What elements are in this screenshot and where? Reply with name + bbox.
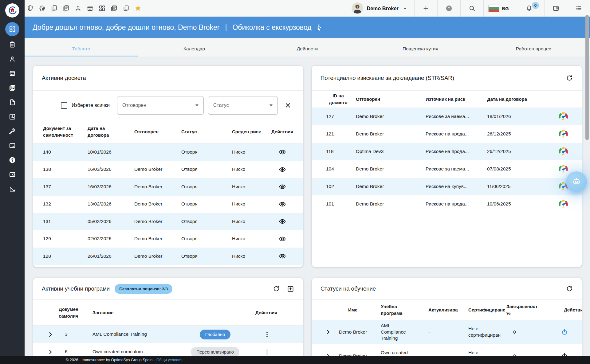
file-row[interactable]: 131 05/02/2026 Demo Broker Отворя Ниско [33,213,303,230]
risk-level: Ниско [232,201,271,207]
file-row[interactable]: 129 02/02/2026 Demo Broker Отворя Ниско [33,230,303,248]
toolbar-button[interactable] [74,5,82,12]
program-row[interactable]: 3 AML Compliance Training Глобално [33,326,303,343]
power-button[interactable] [561,328,568,336]
sidebar-item[interactable] [6,125,19,137]
chevron-down-icon [402,5,408,11]
notification-badge: 0 [532,2,539,9]
column-header: ID на досието [321,92,356,106]
sidebar-item[interactable] [5,22,19,36]
refresh-button[interactable] [273,285,280,292]
risk-gauge-icon[interactable] [558,164,569,175]
sidebar-item[interactable] [6,82,19,94]
row-menu-button[interactable] [263,348,271,356]
plus-icon [422,5,430,12]
toolbar-button[interactable] [26,5,34,12]
risk-gauge-icon[interactable] [558,146,569,157]
risk-level: Ниско [232,184,271,190]
select-all-checkbox[interactable] [61,102,67,109]
tab[interactable]: Дейности [251,38,364,57]
view-file-button[interactable] [279,148,286,156]
str-row[interactable]: 104 Demo Broker Рискове за наема... 07/0… [312,160,582,178]
tab[interactable]: Пощенска кутия [364,38,477,57]
logo-icon [5,3,20,18]
language-selector[interactable]: BG [484,0,514,17]
risk-gauge-icon[interactable] [558,111,569,122]
toolbar-button[interactable] [110,5,118,12]
contract-date: 07/08/2025 [487,166,553,172]
toolbar-button[interactable] [86,5,94,12]
toolbar-button[interactable] [122,5,130,12]
sidebar-item[interactable] [6,38,19,51]
toolbar-button[interactable] [38,5,46,12]
app-logo[interactable] [5,3,20,18]
scrollbar-thumb[interactable] [585,15,589,140]
expand-row-button[interactable] [47,349,54,355]
files-table-header: Документ за самоличност Дата на договора… [33,120,303,143]
str-row[interactable]: 127 Demo Broker Рискове за наема... 18/0… [312,108,582,125]
responsible-filter-select[interactable]: Отговорен [117,96,204,115]
sidebar-item[interactable] [6,168,19,181]
welcome-banner: Добре дошъл отново, добре дошли отново, … [25,17,590,38]
notifications-button[interactable]: 0 [514,0,544,17]
avatar [352,2,363,14]
status-filter-select[interactable]: Статус [208,96,278,115]
tab[interactable]: Календар [138,38,251,57]
refresh-button[interactable] [566,74,573,82]
view-file-button[interactable] [279,252,286,260]
clear-filters-button[interactable] [284,101,292,109]
toolbar-button[interactable] [98,5,106,12]
view-file-button[interactable] [279,201,286,208]
help-icon [445,5,453,12]
file-id: 137 [43,184,88,190]
toolbar-button[interactable] [62,5,70,12]
str-row[interactable]: 102 Demo Broker Рискове на купув... 11/0… [312,178,582,195]
tab[interactable]: Работен процес [477,38,590,57]
chat-assistant-button[interactable] [566,171,587,192]
file-row[interactable]: 132 13/02/2026 Demo Broker Отворя Ниско [33,196,303,213]
risk-gauge-icon[interactable] [558,199,569,210]
tab[interactable]: Таблото [25,38,138,57]
column-header: Дата на договора [88,125,134,139]
storefront-icon [86,5,94,12]
guided-tour-button[interactable]: Обиколка с екскурзовод [232,23,322,32]
user-menu[interactable]: Demo Broker [345,0,414,17]
sidebar-item[interactable] [6,96,19,108]
file-row[interactable]: 138 16/03/2026 Demo Broker Отворя Ниско [33,161,303,178]
risk-gauge-icon[interactable] [558,129,569,140]
toolbar-button[interactable] [134,5,142,12]
toolbar-button[interactable] [50,5,58,12]
view-file-button[interactable] [279,218,286,225]
file-row[interactable]: 128 26/01/2026 Demo Broker Отворя Ниско [33,248,303,265]
view-file-button[interactable] [279,166,286,173]
sidebar-item[interactable] [6,183,19,195]
responsible: Demo Broker [356,183,426,190]
expand-row-button[interactable] [47,331,54,338]
refresh-button[interactable] [566,285,573,292]
sidebar-item[interactable] [6,67,19,80]
sidebar-item[interactable] [6,139,19,152]
str-row[interactable]: 118 Optima Dev3 Рискове на прода... 26/1… [312,143,582,160]
add-button[interactable] [415,0,437,17]
training-row[interactable]: Demo Broker AML Compliance Training - Не… [312,320,582,344]
view-file-button[interactable] [279,183,286,190]
search-button[interactable] [461,0,483,17]
str-row[interactable]: 101 Demo Broker Рискове на прода... 10/0… [312,195,582,213]
card-header: Активни досиета [33,66,303,91]
menu-button[interactable] [567,0,590,17]
responsible: Demo Broker [356,201,426,207]
add-program-button[interactable] [287,285,294,293]
expand-row-button[interactable] [325,329,332,335]
sidebar-item[interactable] [6,111,19,123]
row-menu-button[interactable] [263,331,271,338]
file-row[interactable]: 140 10/01/2026 Отворя Ниско [33,143,303,161]
str-row[interactable]: 121 Demo Broker Рискове на прода... 26/1… [312,125,582,143]
sidebar-item[interactable] [6,154,19,166]
terms-link[interactable]: Общи условия [156,358,183,362]
sidebar-item[interactable] [6,53,19,65]
view-file-button[interactable] [279,235,286,243]
file-row[interactable]: 137 16/03/2026 Demo Broker Отворя Ниско [33,178,303,196]
help-button[interactable] [438,0,460,17]
risk-source: Рискове на прода... [426,201,487,207]
wallet-button[interactable] [545,0,567,17]
